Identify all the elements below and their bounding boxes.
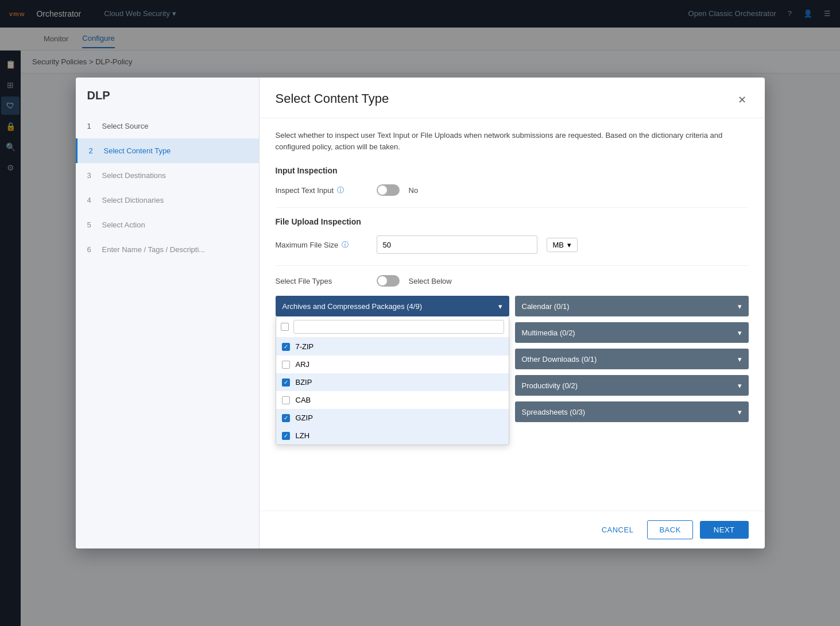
inspect-text-row: Inspect Text Input ⓘ No	[276, 184, 749, 196]
other-downloads-dropdown-label: Other Downloads (0/1)	[522, 355, 597, 364]
next-button[interactable]: NEXT	[700, 521, 749, 539]
modal-body: Select whether to inspect user Text Inpu…	[260, 118, 765, 511]
archives-search-row	[276, 316, 509, 338]
file-size-unit-label: MB	[553, 241, 564, 249]
select-file-types-row: Select File Types Select Below	[276, 275, 749, 287]
archives-item-arj[interactable]: ARJ	[276, 355, 509, 373]
modal-footer: CANCEL BACK NEXT	[260, 511, 765, 548]
archives-7zip-label: 7-ZIP	[296, 342, 314, 351]
step-3-number: 3	[87, 171, 96, 180]
chevron-down-icon: ▾	[738, 302, 742, 311]
file-size-unit-selector[interactable]: MB ▾	[547, 238, 578, 252]
step-2-select-content-type[interactable]: 2 Select Content Type	[76, 138, 259, 163]
archives-item-bzip[interactable]: ✓ BZIP	[276, 373, 509, 391]
archives-dropdown-button[interactable]: Archives and Compressed Packages (4/9) ▾	[276, 296, 509, 316]
step-5-number: 5	[87, 221, 96, 229]
select-file-types-label: Select File Types	[276, 277, 367, 285]
archives-lzh-checkbox[interactable]: ✓	[282, 432, 290, 440]
other-downloads-dropdown-button[interactable]: Other Downloads (0/1) ▾	[515, 349, 749, 369]
description: Select whether to inspect user Text Inpu…	[276, 130, 749, 152]
section-divider-1	[276, 207, 749, 208]
multimedia-dropdown-label: Multimedia (0/2)	[522, 329, 575, 337]
section-divider-2	[276, 265, 749, 266]
archives-search-input[interactable]	[293, 320, 504, 334]
max-file-size-row: Maximum File Size ⓘ MB ▾	[276, 235, 749, 254]
max-file-size-label: Maximum File Size ⓘ	[276, 240, 367, 250]
inspect-text-toggle[interactable]	[377, 184, 400, 196]
archives-arj-label: ARJ	[296, 360, 310, 369]
select-file-types-toggle[interactable]	[377, 275, 400, 287]
step-3-select-destinations[interactable]: 3 Select Destinations	[76, 163, 259, 188]
file-types-grid: Archives and Compressed Packages (4/9) ▾	[276, 296, 749, 422]
modal-content-title: Select Content Type	[276, 91, 389, 106]
chevron-down-icon: ▾	[738, 408, 742, 416]
step-2-label: Select Content Type	[104, 146, 171, 155]
archives-dropdown-label: Archives and Compressed Packages (4/9)	[282, 302, 423, 311]
chevron-down-icon: ▾	[738, 381, 742, 390]
productivity-dropdown-label: Productivity (0/2)	[522, 381, 578, 390]
spreadsheets-dropdown-label: Spreadsheets (0/3)	[522, 408, 586, 416]
modal-header: Select Content Type ✕	[260, 78, 765, 118]
archives-7zip-checkbox[interactable]: ✓	[282, 343, 290, 351]
close-button[interactable]: ✕	[736, 91, 749, 109]
right-dropdowns-column: Calendar (0/1) ▾ Multimedia (0/2) ▾ Othe…	[515, 296, 749, 422]
modal-overlay: DLP 1 Select Source 2 Select Content Typ…	[0, 0, 840, 626]
archives-lzh-label: LZH	[296, 431, 310, 440]
archives-dropdown-container: Archives and Compressed Packages (4/9) ▾	[276, 296, 509, 422]
archives-bzip-label: BZIP	[296, 378, 312, 387]
inspect-text-info-icon[interactable]: ⓘ	[337, 186, 344, 195]
archives-gzip-checkbox[interactable]: ✓	[282, 414, 290, 422]
step-5-label: Select Action	[102, 221, 145, 229]
modal: DLP 1 Select Source 2 Select Content Typ…	[76, 78, 765, 548]
file-upload-title: File Upload Inspection	[276, 217, 749, 226]
step-4-select-dictionaries[interactable]: 4 Select Dictionaries	[76, 188, 259, 212]
modal-content-panel: Select Content Type ✕ Select whether to …	[260, 78, 765, 548]
archives-item-gzip[interactable]: ✓ GZIP	[276, 409, 509, 427]
inspect-text-label: Inspect Text Input ⓘ	[276, 186, 367, 195]
calendar-dropdown-button[interactable]: Calendar (0/1) ▾	[515, 296, 749, 316]
select-file-types-toggle-label: Select Below	[409, 277, 452, 285]
archives-cab-checkbox[interactable]	[282, 396, 290, 404]
step-4-number: 4	[87, 196, 96, 204]
archives-dropdown-menu: ✓ 7-ZIP ARJ ✓ BZIP	[276, 316, 509, 445]
archives-item-7zip[interactable]: ✓ 7-ZIP	[276, 338, 509, 355]
archives-item-cab[interactable]: CAB	[276, 391, 509, 409]
calendar-dropdown-label: Calendar (0/1)	[522, 302, 570, 311]
multimedia-dropdown-button[interactable]: Multimedia (0/2) ▾	[515, 322, 749, 343]
chevron-down-icon: ▾	[738, 329, 742, 337]
archives-select-all-checkbox[interactable]	[281, 323, 289, 331]
productivity-dropdown-button[interactable]: Productivity (0/2) ▾	[515, 375, 749, 396]
spreadsheets-dropdown-button[interactable]: Spreadsheets (0/3) ▾	[515, 401, 749, 422]
archives-arj-checkbox[interactable]	[282, 361, 290, 369]
back-button[interactable]: BACK	[647, 520, 692, 539]
cancel-button[interactable]: CANCEL	[595, 521, 641, 539]
max-file-size-info-icon[interactable]: ⓘ	[342, 240, 349, 250]
file-size-input[interactable]	[377, 235, 537, 254]
archives-items-list: ✓ 7-ZIP ARJ ✓ BZIP	[276, 338, 509, 445]
step-3-label: Select Destinations	[102, 171, 166, 180]
archives-gzip-label: GZIP	[296, 414, 313, 422]
modal-dlp-title: DLP	[76, 89, 259, 114]
modal-steps-panel: DLP 1 Select Source 2 Select Content Typ…	[76, 78, 260, 548]
step-1-label: Select Source	[102, 122, 149, 130]
inspect-text-toggle-label: No	[409, 186, 419, 195]
step-2-number: 2	[89, 146, 98, 155]
chevron-down-icon: ▾	[498, 302, 502, 311]
input-inspection-title: Input Inspection	[276, 166, 749, 175]
step-5-select-action[interactable]: 5 Select Action	[76, 212, 259, 237]
step-1-select-source[interactable]: 1 Select Source	[76, 114, 259, 138]
archives-item-lzh[interactable]: ✓ LZH	[276, 427, 509, 445]
step-4-label: Select Dictionaries	[102, 196, 164, 204]
chevron-down-icon: ▾	[738, 355, 742, 364]
step-1-number: 1	[87, 122, 96, 130]
step-6-enter-name[interactable]: 6 Enter Name / Tags / Descripti...	[76, 237, 259, 262]
archives-cab-label: CAB	[296, 396, 311, 404]
archives-bzip-checkbox[interactable]: ✓	[282, 378, 290, 387]
chevron-down-icon: ▾	[567, 241, 571, 249]
step-6-number: 6	[87, 245, 96, 254]
file-size-inputs: MB ▾	[377, 235, 578, 254]
step-6-label: Enter Name / Tags / Descripti...	[102, 245, 206, 254]
